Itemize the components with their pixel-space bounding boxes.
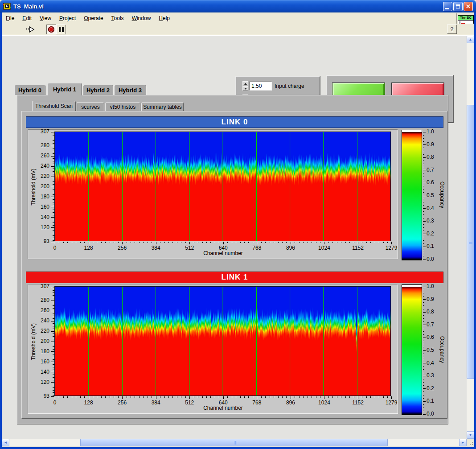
run-button[interactable] bbox=[25, 25, 36, 34]
axis-tick-label: 93 bbox=[33, 238, 49, 244]
axis-tick bbox=[53, 169, 54, 169]
axis-tick bbox=[59, 242, 59, 243]
axis-tick bbox=[194, 242, 194, 243]
colorbar-link0: 1.00.90.80.70.60.50.40.30.20.10.0 Occupa… bbox=[402, 130, 447, 260]
axis-tick bbox=[358, 396, 358, 399]
axis-tick bbox=[122, 242, 123, 244]
axis-tick bbox=[282, 396, 283, 398]
axis-tick-label: 280 bbox=[33, 142, 49, 148]
resize-grip[interactable] bbox=[467, 439, 474, 446]
tab-vt50-histos[interactable]: vt50 histos bbox=[105, 102, 140, 111]
axis-tick bbox=[51, 242, 54, 242]
axis-tick bbox=[131, 396, 131, 398]
axis-tick bbox=[53, 380, 54, 380]
menu-window[interactable]: Window bbox=[128, 14, 155, 22]
axis-tick bbox=[423, 344, 424, 344]
axis-tick bbox=[185, 242, 186, 243]
axis-tick bbox=[53, 344, 54, 344]
axis-tick bbox=[423, 376, 426, 376]
menu-view[interactable]: View bbox=[36, 14, 55, 22]
axis-tick-label: 0.1 bbox=[427, 398, 434, 404]
axis-tick bbox=[278, 242, 279, 243]
axis-tick bbox=[375, 242, 375, 243]
axis-tick-label: 240 bbox=[33, 163, 49, 169]
vertical-scroll-thumb[interactable] bbox=[467, 105, 474, 379]
axis-tick bbox=[299, 242, 300, 243]
axis-tick-label: 120 bbox=[33, 379, 49, 385]
minimize-button[interactable] bbox=[443, 2, 452, 11]
titlebar[interactable]: TS_Main.vi ✕ bbox=[0, 0, 476, 12]
axis-tick-label: 0.2 bbox=[427, 385, 434, 391]
axis-tick bbox=[51, 166, 54, 167]
axis-tick bbox=[97, 396, 97, 398]
vertical-scrollbar[interactable]: ▲ ▼ bbox=[467, 36, 474, 439]
axis-tick bbox=[51, 287, 54, 287]
colorbar-gradient-link0[interactable] bbox=[402, 130, 422, 260]
axis-tick bbox=[248, 242, 249, 243]
stop-button[interactable] bbox=[46, 25, 56, 34]
menu-file[interactable]: File bbox=[2, 14, 18, 22]
menu-tools[interactable]: Tools bbox=[107, 14, 128, 22]
axis-tick bbox=[261, 396, 262, 398]
horizontal-scrollbar[interactable]: ◄ ► bbox=[2, 439, 467, 446]
menu-operate[interactable]: Operate bbox=[80, 14, 107, 22]
axis-tick-label: 0.4 bbox=[427, 205, 434, 211]
occupancy-heatmap-link0[interactable] bbox=[54, 132, 391, 241]
scroll-up-button[interactable]: ▲ bbox=[467, 36, 474, 43]
scroll-down-icon: ▼ bbox=[469, 433, 472, 437]
input-charge-spinner bbox=[242, 81, 248, 91]
decrement-button[interactable] bbox=[242, 86, 248, 91]
axis-tick bbox=[423, 157, 426, 158]
occupancy-heatmap-link1[interactable] bbox=[54, 286, 391, 396]
axis-tick bbox=[89, 396, 89, 399]
axis-tick bbox=[423, 305, 424, 306]
tab-hybrid-2[interactable]: Hybrid 2 bbox=[83, 85, 113, 95]
axis-tick bbox=[53, 192, 54, 192]
menu-edit[interactable]: Edit bbox=[18, 14, 36, 22]
scroll-down-button[interactable]: ▼ bbox=[467, 431, 474, 439]
tab-hybrid-3[interactable]: Hybrid 3 bbox=[114, 85, 146, 95]
axis-tick bbox=[53, 233, 54, 233]
increment-button[interactable] bbox=[242, 81, 248, 86]
tab-hybrid-1[interactable]: Hybrid 1 bbox=[47, 83, 82, 95]
input-charge-field[interactable]: 1.50 bbox=[249, 82, 272, 91]
axis-tick bbox=[53, 305, 54, 306]
axis-tick bbox=[53, 205, 54, 205]
axis-tick-label: 0.9 bbox=[427, 141, 434, 148]
axis-tick bbox=[53, 288, 54, 288]
axis-tick bbox=[423, 256, 424, 256]
colorbar-gradient-link1[interactable] bbox=[402, 284, 422, 415]
y-axis-link0: 30728026024022020018016014012093 bbox=[28, 132, 54, 242]
tab-threshold-scan[interactable]: Threshold Scan bbox=[32, 101, 76, 111]
scroll-left-button[interactable]: ◄ bbox=[2, 439, 9, 446]
axis-tick bbox=[80, 396, 81, 398]
axis-tick-label: 260 bbox=[33, 152, 49, 159]
menu-project[interactable]: Project bbox=[55, 14, 80, 22]
axis-tick bbox=[387, 242, 388, 243]
tab-hybrid-0[interactable]: Hybrid 0 bbox=[14, 85, 45, 95]
axis-tick bbox=[270, 242, 270, 243]
axis-tick bbox=[181, 242, 181, 243]
horizontal-scroll-thumb[interactable] bbox=[80, 439, 388, 446]
axis-tick bbox=[423, 391, 424, 392]
maximize-button[interactable] bbox=[453, 2, 463, 11]
pause-button[interactable] bbox=[56, 25, 66, 34]
axis-tick-label: 180 bbox=[33, 348, 49, 354]
tab-scurves[interactable]: scurves bbox=[77, 102, 104, 111]
help-button[interactable]: ? bbox=[447, 25, 457, 34]
scroll-right-button[interactable]: ► bbox=[459, 439, 467, 446]
axis-tick bbox=[152, 396, 152, 398]
axis-tick-label: 0.0 bbox=[427, 256, 434, 262]
axis-tick bbox=[131, 242, 131, 243]
vi-icon-label: Thr SC bbox=[458, 16, 473, 21]
axis-tick bbox=[423, 237, 424, 237]
close-button[interactable]: ✕ bbox=[464, 2, 473, 11]
menu-help[interactable]: Help bbox=[155, 14, 174, 22]
tab-summary-tables[interactable]: Summary tables bbox=[141, 102, 184, 111]
axis-tick bbox=[53, 161, 54, 161]
axis-tick bbox=[202, 242, 203, 243]
axis-tick bbox=[72, 396, 72, 398]
axis-tick bbox=[53, 377, 54, 378]
axis-tick bbox=[299, 396, 300, 398]
axis-tick bbox=[236, 396, 236, 398]
